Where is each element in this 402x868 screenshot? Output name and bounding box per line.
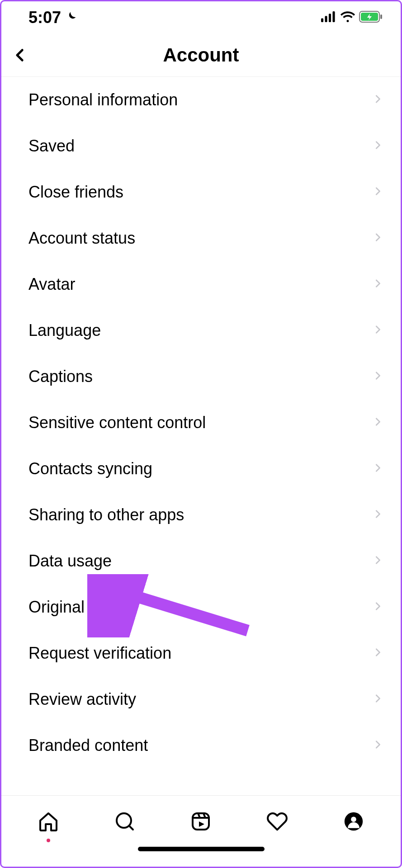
chevron-right-icon: [373, 94, 384, 106]
settings-row-label: Data usage: [28, 552, 112, 571]
nav-activity[interactable]: [263, 807, 292, 836]
settings-row[interactable]: Language: [1, 307, 401, 354]
svg-rect-2: [329, 14, 331, 22]
svg-rect-0: [321, 18, 323, 22]
settings-row[interactable]: Close friends: [1, 169, 401, 215]
nav-profile[interactable]: [339, 807, 368, 836]
nav-home[interactable]: [34, 807, 63, 836]
settings-row[interactable]: Original photos: [1, 584, 401, 630]
chevron-right-icon: [373, 186, 384, 198]
settings-row[interactable]: Sensitive content control: [1, 400, 401, 446]
home-indicator[interactable]: [138, 847, 265, 851]
svg-rect-5: [380, 14, 382, 19]
settings-row-label: Request verification: [28, 644, 171, 663]
settings-row-label: Personal information: [28, 90, 178, 109]
settings-row-label: Close friends: [28, 183, 123, 202]
chevron-right-icon: [373, 463, 384, 475]
settings-row[interactable]: Data usage: [1, 538, 401, 584]
settings-row-label: Review activity: [28, 690, 136, 709]
settings-row[interactable]: Avatar: [1, 261, 401, 307]
page-header: Account: [1, 34, 401, 77]
settings-row[interactable]: Saved: [1, 123, 401, 169]
chevron-right-icon: [373, 740, 384, 751]
status-time: 5:07: [28, 8, 61, 27]
settings-row[interactable]: Account status: [1, 215, 401, 261]
status-right: [321, 11, 383, 24]
status-left: 5:07: [28, 8, 77, 27]
chevron-right-icon: [373, 232, 384, 244]
settings-row-label: Sharing to other apps: [28, 505, 184, 524]
chevron-right-icon: [373, 509, 384, 521]
settings-row[interactable]: Sharing to other apps: [1, 492, 401, 538]
back-button[interactable]: [7, 42, 34, 69]
chevron-right-icon: [373, 371, 384, 382]
settings-row[interactable]: Review activity: [1, 676, 401, 722]
svg-point-17: [351, 816, 356, 822]
settings-row-label: Branded content: [28, 736, 148, 755]
nav-search[interactable]: [110, 807, 139, 836]
settings-row-label: Contacts syncing: [28, 459, 152, 478]
battery-charging-icon: [359, 11, 383, 24]
settings-row[interactable]: Request verification: [1, 630, 401, 676]
settings-row-label: Language: [28, 321, 101, 340]
nav-reels[interactable]: [186, 807, 215, 836]
status-bar: 5:07: [1, 1, 401, 34]
home-indicator-area: [1, 847, 401, 867]
wifi-icon: [340, 11, 355, 24]
bottom-nav: [1, 795, 401, 847]
chevron-right-icon: [373, 555, 384, 567]
settings-list: Personal informationSavedClose friendsAc…: [1, 77, 401, 795]
settings-row[interactable]: Personal information: [1, 77, 401, 123]
svg-line-10: [129, 826, 133, 830]
chevron-right-icon: [373, 140, 384, 152]
chevron-right-icon: [373, 325, 384, 336]
chevron-right-icon: [373, 417, 384, 429]
settings-row[interactable]: Contacts syncing: [1, 446, 401, 492]
device-frame: 5:07: [0, 0, 402, 868]
page-title: Account: [1, 44, 401, 66]
svg-marker-15: [199, 821, 204, 827]
moon-icon: [65, 8, 77, 27]
settings-row[interactable]: Captions: [1, 354, 401, 400]
settings-row-label: Captions: [28, 367, 93, 386]
nav-home-notification-dot: [47, 839, 50, 842]
settings-row-label: Avatar: [28, 275, 75, 294]
settings-row-label: Original photos: [28, 598, 138, 617]
svg-rect-3: [333, 11, 335, 22]
settings-row-label: Saved: [28, 137, 75, 156]
chevron-right-icon: [373, 601, 384, 613]
chevron-right-icon: [373, 647, 384, 659]
settings-row[interactable]: Branded content: [1, 722, 401, 769]
svg-rect-11: [193, 813, 209, 830]
chevron-right-icon: [373, 693, 384, 705]
settings-row-label: Sensitive content control: [28, 413, 206, 432]
svg-rect-1: [325, 16, 327, 22]
chevron-right-icon: [373, 278, 384, 290]
cellular-signal-icon: [321, 11, 336, 24]
settings-row-label: Account status: [28, 229, 135, 248]
